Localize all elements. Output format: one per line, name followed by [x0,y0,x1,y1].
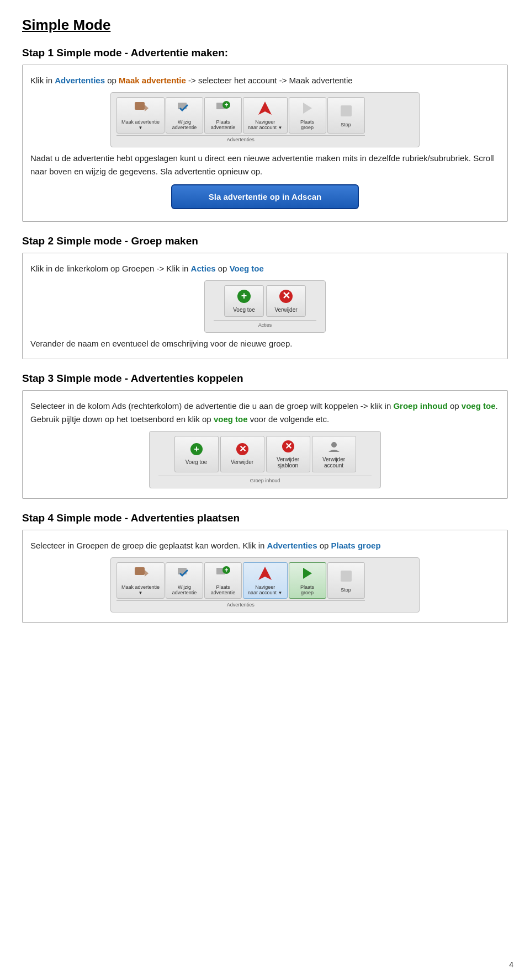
plaats-groep-label: Plaatsgroep [300,119,314,130]
svg-text:✕: ✕ [282,290,290,301]
toolbar1-image: Maak advertentie▼ Wijzigadvertentie [110,92,420,147]
svg-marker-6 [258,102,272,115]
toolbar1-buttons: Maak advertentie▼ Wijzigadvertentie [116,97,365,134]
svg-text:+: + [241,290,247,301]
toolbar2-navigeer-btn[interactable]: Navigeernaar account ▼ [243,562,287,599]
toolbar2-plaats-label: Plaatsadvertentie [211,584,236,595]
svg-marker-21 [145,570,149,577]
toolbar2-stop-icon [338,568,354,586]
voeg-toe-icon: + [237,289,251,306]
toolbar2-image: Maak advertentie▼ Wijzigadvertentie [110,557,420,612]
toolbar2-wijzig-label: Wijzigadvertentie [172,584,197,595]
toolbar1-groep-btn[interactable]: Plaatsgroep [289,97,326,134]
stop-label: Stop [341,122,351,127]
groep-inhoud-buttons: + Voeg toe ✕ Verwijder [174,436,356,472]
toolbar2-group: Maak advertentie▼ Wijzigadvertentie [116,562,365,608]
plaats-groep-icon [300,100,315,118]
toolbar2-plaats-icon: + [215,566,231,583]
toolbar2-wijzig-icon [177,566,192,583]
toolbar2-buttons: Maak advertentie▼ Wijzigadvertentie [116,562,365,599]
toolbar1-inner: Maak advertentie▼ Wijzigadvertentie [116,97,414,142]
acties-inner: + Voeg toe ✕ Verwijder Acties [214,285,316,328]
toolbar2-groep-label: Plaatsgroep [300,584,314,595]
svg-text:✕: ✕ [239,444,246,454]
maak-label: Maak advertentie▼ [121,119,160,130]
navigeer-label: Navigeernaar account ▼ [248,119,282,130]
stap2-heading: Stap 2 Simple mode - Groep maken [22,235,508,247]
verwijder-icon: ✕ [279,289,293,306]
toolbar1-group: Maak advertentie▼ Wijzigadvertentie [116,97,365,142]
svg-marker-7 [303,103,312,114]
groep-verwijder-sjabloon-label: Verwijdersjabloon [277,456,299,468]
page-title: Simple Mode [22,17,508,34]
stap4-text1: Selecteer in Groepen de groep die geplaa… [30,539,500,552]
maak-advertentie-icon [133,100,149,118]
toolbar2-stop-label: Stop [341,587,351,593]
acties-section-label: Acties [214,320,316,328]
groep-verwijder-btn[interactable]: ✕ Verwijder [220,436,264,472]
groep-voeg-toe-icon: + [190,443,203,458]
stap3-section: Selecteer in de kolom Ads (rechterkolom)… [22,390,508,499]
groep-verwijder-account-icon [327,440,341,455]
svg-rect-28 [341,571,352,582]
toolbar2-maak-btn[interactable]: Maak advertentie▼ [116,562,165,599]
svg-text:+: + [225,101,229,109]
stap2-intro: Klik in de linkerkolom op Groepen -> Kli… [30,262,500,275]
verwijder-label: Verwijder [274,307,297,313]
plaats-advertentie-label: Plaatsadvertentie [211,119,236,130]
acties-voeg-toe-btn[interactable]: + Voeg toe [224,285,264,317]
groep-inhoud-inner: + Voeg toe ✕ Verwijder [158,436,372,483]
stap2-section: Klik in de linkerkolom op Groepen -> Kli… [22,253,508,360]
save-advertentie-button[interactable]: Sla advertentie op in Adscan [171,184,359,209]
groep-verwijder-icon: ✕ [236,443,249,458]
toolbar2-groep-icon [300,566,315,583]
toolbar2-inner: Maak advertentie▼ Wijzigadvertentie [116,562,414,608]
svg-text:+: + [225,566,229,574]
stap3-heading: Stap 3 Simple mode - Advertenties koppel… [22,372,508,385]
stap1-intro: Klik in Advertenties op Maak advertentie… [30,74,500,87]
groep-verwijder-account-btn[interactable]: Verwijderaccount [312,436,356,472]
toolbar1-maak-btn[interactable]: Maak advertentie▼ [116,97,165,134]
toolbar2-maak-icon [133,566,149,583]
toolbar1-wijzig-btn[interactable]: Wijzigadvertentie [166,97,203,134]
stap4-heading: Stap 4 Simple mode - Advertenties plaats… [22,512,508,524]
toolbar1-navigeer-btn[interactable]: Navigeernaar account ▼ [243,97,287,134]
toolbar2-stop-btn[interactable]: Stop [327,562,365,599]
toolbar2-wijzig-btn[interactable]: Wijzigadvertentie [166,562,203,599]
toolbar1-plaats-btn[interactable]: + Plaatsadvertentie [204,97,242,134]
svg-marker-26 [258,567,272,580]
groep-verwijder-sjabloon-icon: ✕ [282,440,295,455]
toolbar2-groep-btn[interactable]: Plaatsgroep [289,562,326,599]
stap1-section: Klik in Advertenties op Maak advertentie… [22,65,508,222]
toolbar2-plaats-btn[interactable]: + Plaatsadvertentie [204,562,242,599]
plaats-advertentie-icon: + [215,100,231,118]
groep-verwijder-sjabloon-btn[interactable]: ✕ Verwijdersjabloon [266,436,310,472]
svg-text:✕: ✕ [284,441,292,451]
toolbar1-stop-btn[interactable]: Stop [327,97,365,134]
acties-buttons: + Voeg toe ✕ Verwijder [224,285,306,317]
stap1-text1: Nadat u de advertentie hebt opgeslagen k… [30,152,500,178]
groep-voeg-toe-btn[interactable]: + Voeg toe [174,436,219,472]
acties-verwijder-btn[interactable]: ✕ Verwijder [266,285,306,317]
groep-inhoud-image: + Voeg toe ✕ Verwijder [149,431,381,488]
toolbar2-navigeer-icon [257,566,273,583]
acties-image: + Voeg toe ✕ Verwijder Acties [204,280,326,333]
stap4-section: Selecteer in Groepen de groep die geplaa… [22,530,508,623]
groep-voeg-toe-label: Voeg toe [186,459,207,465]
groep-verwijder-account-label: Verwijderaccount [322,456,345,468]
toolbar2-section-label: Advertenties [116,600,365,608]
wijzig-label: Wijzigadvertentie [172,119,197,130]
toolbar2-navigeer-label: Navigeernaar account ▼ [248,584,282,595]
navigeer-icon [257,100,273,118]
toolbar1-section-label: Advertenties [116,135,365,142]
svg-marker-1 [145,105,149,111]
groep-inhoud-section-label: Groep inhoud [158,476,372,483]
stap1-heading: Stap 1 Simple mode - Advertentie maken: [22,47,508,59]
stap3-text1: Selecteer in de kolom Ads (rechterkolom)… [30,400,500,425]
voeg-toe-label: Voeg toe [233,307,255,313]
svg-rect-8 [341,105,352,116]
wijzig-advertentie-icon [177,100,192,118]
stop-icon [338,103,354,121]
groep-verwijder-label: Verwijder [231,459,253,465]
stap2-text1: Verander de naam en eventueel de omschri… [30,337,500,350]
